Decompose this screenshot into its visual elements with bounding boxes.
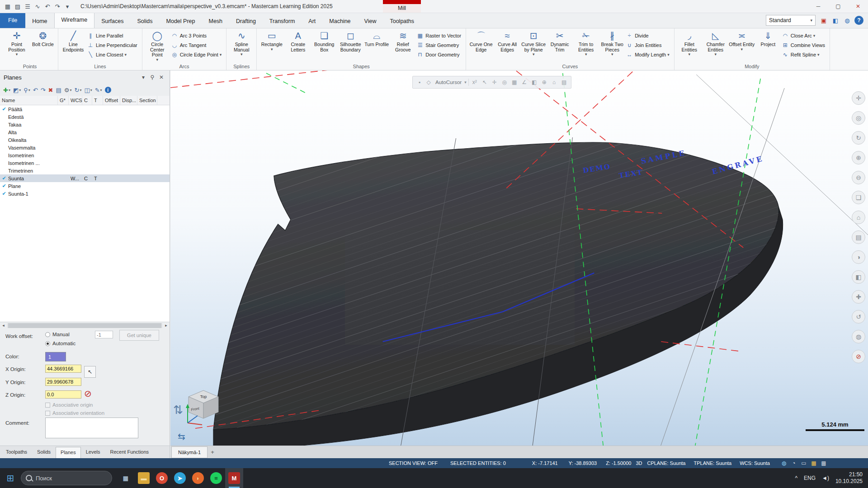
mastercam-taskbar-icon[interactable]: M: [225, 468, 243, 488]
rotate-tool-icon[interactable]: ↻: [852, 131, 865, 145]
spotify-icon[interactable]: ≡: [207, 468, 225, 488]
work-offset-automatic-radio[interactable]: Automatic: [45, 341, 75, 346]
explorer-icon[interactable]: ▬: [135, 468, 153, 488]
globe-tool-icon[interactable]: ◍: [852, 330, 865, 343]
tab-mesh[interactable]: Mesh: [202, 14, 229, 28]
x2-icon[interactable]: x²: [471, 79, 479, 85]
ribbon-button-line-closest[interactable]: ╲Line Closest▾: [86, 50, 140, 59]
tab-surfaces[interactable]: Surfaces: [94, 14, 130, 28]
tplane-indicator[interactable]: TPLANE: Suunta: [693, 460, 731, 466]
ribbon-button-trim-to-entities[interactable]: ✁Trim to Entities▾: [573, 29, 599, 63]
ribbon-button-arc-tangent[interactable]: ◡Arc Tangent: [170, 40, 225, 50]
column-header-c[interactable]: C: [82, 96, 92, 105]
export-button[interactable]: ↷: [39, 85, 47, 95]
crosshair-tool-icon[interactable]: ✛: [852, 91, 865, 105]
column-header-section[interactable]: Section: [137, 96, 157, 105]
ribbon-button-close-arc[interactable]: ◠Close Arc▾: [781, 31, 828, 40]
start-button[interactable]: ⊞: [0, 468, 21, 488]
ribbon-button-spline-manual[interactable]: ∿Spline Manual▾: [228, 29, 255, 63]
settings-button[interactable]: ⚙▾: [63, 85, 73, 95]
plane-row-vasemmalta[interactable]: Vasemmalta: [0, 144, 170, 151]
ribbon-button-divide[interactable]: ÷Divide: [625, 31, 672, 40]
mode-indicator[interactable]: 3D: [636, 460, 642, 466]
mastercam-red-icon[interactable]: ▣: [819, 16, 828, 25]
disable-tool-icon[interactable]: ⊘: [852, 350, 865, 363]
ribbon-button-door-geometry[interactable]: ⊓Door Geometry: [416, 50, 464, 59]
undo-view-tool-icon[interactable]: ↺: [852, 310, 865, 324]
ribbon-button-dynamic-trim[interactable]: ✂Dynamic Trim: [547, 29, 573, 63]
ribbon-button-chamfer-entities[interactable]: ◺Chamfer Entities▾: [703, 29, 729, 63]
tab-file[interactable]: File: [0, 13, 25, 28]
panel-tab-levels[interactable]: Levels: [81, 446, 105, 458]
palette-icon[interactable]: ▦: [810, 460, 817, 466]
volume-icon[interactable]: ◄): [822, 475, 829, 481]
associative-origin-checkbox[interactable]: Associative origin: [45, 402, 93, 408]
panel-tab-planes[interactable]: Planes: [56, 447, 81, 458]
column-header-g[interactable]: G*: [58, 96, 69, 105]
angle-icon[interactable]: ∠: [520, 79, 528, 85]
ribbon-button-modify-length[interactable]: ↔Modify Length▾: [625, 50, 672, 59]
ribbon-button-offset-entity[interactable]: ≍Offset Entity▾: [729, 29, 755, 63]
ribbon-button-fillet-entities[interactable]: ◞Fillet Entities▾: [676, 29, 703, 63]
ribbon-button-rectangle[interactable]: ▭Rectangle▾: [259, 29, 285, 63]
graphics-viewport[interactable]: DEMOTEXTSAMPLEENGRAVE ▪◇ AutoCursor ▾ x²…: [170, 70, 868, 458]
edit-button[interactable]: ✎▾: [94, 85, 104, 95]
crosshair-icon[interactable]: ✛: [491, 79, 499, 85]
quick-access-dropdown-icon[interactable]: ▾: [62, 3, 72, 10]
ribbon-button-project[interactable]: ⇓Project: [755, 29, 781, 63]
view-cube[interactable]: Top Front: [182, 384, 224, 426]
web-icon[interactable]: ◍: [780, 460, 788, 466]
viewport-tab[interactable]: Näkymä-1: [171, 446, 208, 458]
plane-row-suunta-1[interactable]: ✔Suunta-1: [0, 190, 170, 197]
find-plane-button[interactable]: ⚲▾: [22, 85, 32, 95]
time-icon[interactable]: ◔: [790, 460, 797, 466]
ribbon-button-point-position[interactable]: ✛Point Position▾: [4, 29, 30, 63]
ribbon-button-circle-edge-point[interactable]: ◎Circle Edge Point▾: [170, 50, 225, 59]
pin-icon[interactable]: ⚲: [148, 74, 157, 80]
plus-tool-icon[interactable]: ✚: [852, 290, 865, 304]
maximize-button[interactable]: ▢: [828, 0, 848, 13]
column-header-t[interactable]: T: [92, 96, 103, 105]
ribbon-button-line-endpoints[interactable]: ╱Line Endpoints: [60, 29, 86, 63]
plane-row-trimetrinen[interactable]: Trimetrinen: [0, 167, 170, 174]
tab-solids[interactable]: Solids: [131, 14, 160, 28]
taskbar-search[interactable]: Поиск: [21, 471, 112, 485]
display-options-button[interactable]: ◫▾: [83, 85, 93, 95]
target-tool-icon[interactable]: ◎: [852, 111, 865, 125]
tab-drafting[interactable]: Drafting: [229, 14, 263, 28]
pan-horizontal-control[interactable]: ⇆: [178, 431, 185, 442]
associative-orientation-checkbox[interactable]: Associative orientation: [45, 410, 104, 416]
panel-tab-recent-functions[interactable]: Recent Functions: [105, 446, 154, 458]
opera-icon[interactable]: O: [153, 468, 171, 488]
plane-row-isometrinen[interactable]: Isometrinen ...: [0, 159, 170, 167]
tab-art[interactable]: Art: [302, 14, 322, 28]
help-icon[interactable]: ?: [854, 16, 863, 25]
language-indicator[interactable]: ENG: [804, 475, 816, 481]
ribbon-button-turn-profile[interactable]: ⌓Turn Profile: [363, 29, 390, 63]
clock[interactable]: 21:50 10.10.2025: [835, 471, 863, 485]
import-button[interactable]: ↶: [32, 85, 39, 95]
plane-row-oikealta[interactable]: Oikealta: [0, 136, 170, 144]
ribbon-button-silhouette-boundary[interactable]: ◻Silhouette Boundary: [337, 29, 363, 63]
refresh-button[interactable]: ↻▾: [73, 85, 83, 95]
firefox-icon[interactable]: ◗: [189, 468, 207, 488]
work-offset-value-field[interactable]: [95, 331, 113, 338]
delete-button[interactable]: ✖: [47, 85, 55, 95]
style-combo[interactable]: Standard ▾: [766, 15, 816, 26]
ribbon-button-relief-groove[interactable]: ≋Relief Groove: [390, 29, 416, 63]
plane-row-isometrinen[interactable]: Isometrinen: [0, 151, 170, 159]
ribbon-button-circle-center-point[interactable]: ◯Circle Center Point▾: [144, 29, 170, 63]
tray-expand-icon[interactable]: ^: [795, 475, 797, 481]
print-icon[interactable]: ☰: [23, 3, 33, 10]
column-header-offset[interactable]: Offset: [103, 96, 120, 105]
save-icon[interactable]: ▦: [3, 3, 13, 10]
close-icon[interactable]: ✕: [157, 74, 166, 80]
ribbon-button-join-entities[interactable]: ∪Join Entities: [625, 40, 672, 50]
z-origin-field[interactable]: [45, 390, 81, 399]
color-picker[interactable]: 1: [45, 352, 66, 361]
column-header-name[interactable]: Name: [0, 96, 58, 105]
taskview-icon[interactable]: ▦: [117, 468, 135, 488]
ribbon-button-refit-spline[interactable]: ∿Refit Spline▾: [781, 50, 828, 59]
zoom-in-tool-icon[interactable]: ⊕: [852, 151, 865, 164]
box-tool-icon[interactable]: ❏: [852, 191, 865, 204]
